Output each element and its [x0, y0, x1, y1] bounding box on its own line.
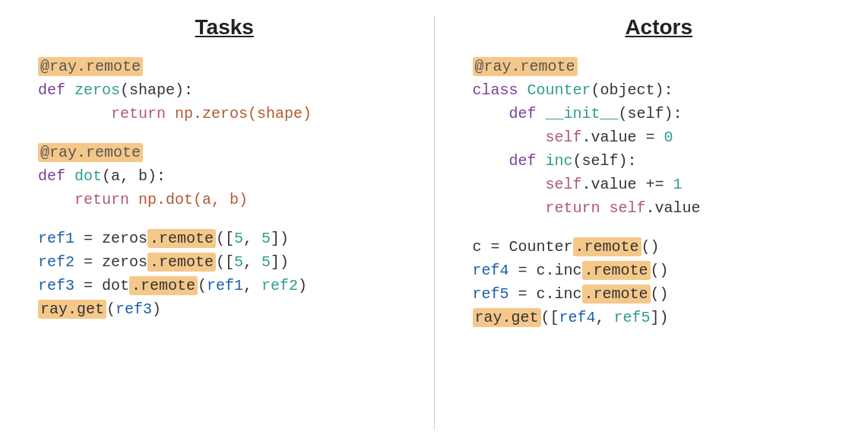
code-line: def zeros(shape): [38, 78, 312, 102]
tasks-title: Tasks [195, 15, 254, 40]
tasks-block-dot: @ray.remote def dot(a, b): return np.dot… [38, 141, 248, 211]
tasks-block-zeros: @ray.remote def zeros(shape): return np.… [38, 55, 312, 126]
actors-column: Actors @ray.remote class Counter(object)… [435, 8, 869, 437]
actors-block-counter: @ray.remote class Counter(object): def _… [473, 55, 701, 220]
code-line: self.value = 0 [473, 126, 701, 149]
code-line: ref1 = zeros.remote([5, 5]) [38, 227, 307, 250]
code-line: ray.get(ref3) [38, 297, 307, 321]
actors-title: Actors [625, 15, 692, 40]
code-line: @ray.remote [473, 55, 701, 78]
code-line: @ray.remote [38, 55, 312, 78]
code-line: def dot(a, b): [38, 164, 248, 188]
code-line: ref3 = dot.remote(ref1, ref2) [38, 274, 307, 297]
code-line: return self.value [473, 196, 701, 220]
code-line: ray.get([ref4, ref5]) [473, 306, 669, 329]
actor-decorator-remote: @ray.remote [473, 57, 578, 76]
code-line: return np.zeros(shape) [38, 102, 312, 126]
code-line: ref2 = zeros.remote([5, 5]) [38, 250, 307, 274]
code-line: ref5 = c.inc.remote() [473, 282, 669, 306]
code-line: def inc(self): [473, 149, 701, 173]
code-line: def __init__(self): [473, 102, 701, 126]
code-line: self.value += 1 [473, 173, 701, 196]
code-line: ref4 = c.inc.remote() [473, 259, 669, 282]
tasks-block-refs: ref1 = zeros.remote([5, 5]) ref2 = zeros… [38, 227, 307, 321]
code-line: c = Counter.remote() [473, 235, 669, 259]
actors-block-refs: c = Counter.remote() ref4 = c.inc.remote… [473, 235, 669, 329]
decorator-remote-2: @ray.remote [38, 143, 143, 162]
tasks-column: Tasks @ray.remote def zeros(shape): retu… [0, 8, 434, 437]
code-line: class Counter(object): [473, 78, 701, 102]
code-line: @ray.remote [38, 141, 248, 164]
code-line: return np.dot(a, b) [38, 188, 248, 211]
decorator-remote: @ray.remote [38, 57, 143, 76]
